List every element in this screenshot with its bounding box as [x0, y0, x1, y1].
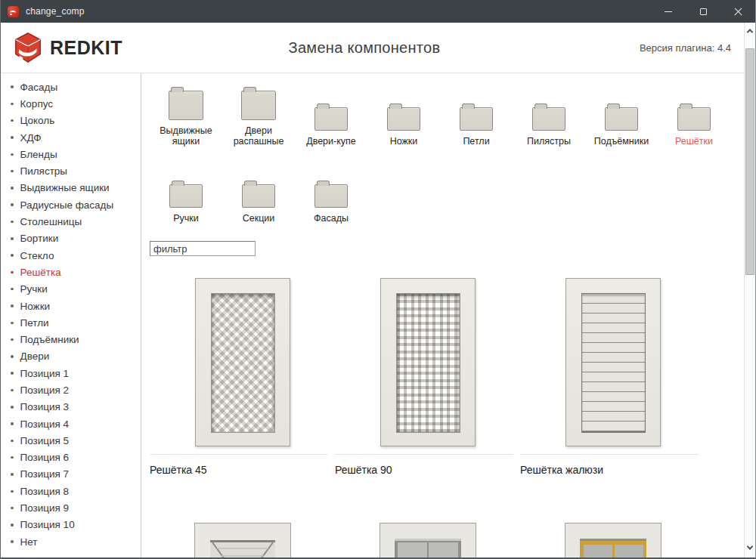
sidebar-item[interactable]: Позиция 6 [1, 449, 141, 466]
sidebar-item[interactable]: Позиция 3 [1, 399, 141, 415]
grille-gray-panels-thumbnail-icon [380, 523, 476, 559]
sidebar-item-label: Позиция 4 [20, 418, 70, 430]
sidebar-item[interactable]: ХДФ [1, 129, 141, 146]
tile-item[interactable]: Решётка 90 [335, 270, 520, 476]
folder-item[interactable]: Ручки [150, 159, 222, 224]
folder-label: Петли [463, 136, 489, 147]
grille-frame [380, 278, 476, 446]
vertical-scrollbar[interactable] [744, 23, 755, 557]
sidebar-item[interactable]: Двери [1, 348, 141, 365]
folder-icon [677, 107, 711, 131]
sidebar-item-label: Радиусные фасады [20, 199, 114, 211]
tile-partial-2[interactable] [335, 523, 520, 559]
sidebar-item[interactable]: Позиция 9 [1, 499, 141, 516]
sidebar-item[interactable]: Пилястры [1, 162, 141, 179]
scroll-up-button[interactable] [745, 24, 755, 38]
sidebar-item[interactable]: Столешницы [1, 213, 141, 230]
folder-item[interactable]: Пилястры [513, 82, 585, 147]
folder-item[interactable]: Двери-купе [295, 82, 367, 147]
sidebar-item[interactable]: Позиция 5 [1, 432, 141, 449]
folder-item[interactable]: Петли [440, 82, 513, 147]
maximize-button[interactable] [686, 0, 720, 23]
folder-label: Пилястры [527, 136, 571, 147]
page-title: Замена компонентов [289, 39, 441, 57]
folder-icon [314, 184, 348, 208]
bullet-icon [11, 288, 14, 291]
folder-label: Двери-купе [306, 136, 356, 147]
tile-item[interactable]: Решётка жалюзи [520, 270, 705, 476]
sidebar-item[interactable]: Позиция 7 [1, 466, 141, 483]
sidebar-item[interactable]: Позиция 2 [1, 381, 141, 398]
sidebar-item[interactable]: Позиция 4 [1, 415, 141, 432]
sidebar-item[interactable]: Подъёмники [1, 331, 141, 347]
content: ФасадыКорпусЦокольХДФБлендыПилястрыВыдви… [1, 73, 755, 559]
close-icon [734, 8, 742, 16]
app-icon [8, 6, 19, 17]
sidebar-item-label: Стекло [20, 250, 54, 261]
sidebar-item-label: Петли [20, 317, 49, 329]
folder-icon [314, 107, 348, 131]
folder-item[interactable]: Решётки [658, 82, 730, 147]
folder-item[interactable]: Фасады [295, 159, 367, 224]
sidebar: ФасадыКорпусЦокольХДФБлендыПилястрыВыдви… [1, 73, 141, 559]
sidebar-item-label: Позиция 7 [20, 468, 70, 480]
sidebar-item[interactable]: Нет [1, 533, 141, 550]
bullet-icon [11, 103, 14, 106]
bullet-icon [11, 523, 14, 527]
tile-label: Решётка 90 [335, 464, 520, 476]
titlebar: change_comp [1, 0, 755, 23]
sidebar-item[interactable]: Ручки [1, 281, 141, 298]
folder-icon [605, 107, 638, 131]
sidebar-item[interactable]: Решётка [1, 264, 141, 280]
folder-item[interactable]: Выдвижные ящики [150, 82, 222, 147]
sidebar-item[interactable]: Цоколь [1, 113, 141, 129]
sidebar-item[interactable]: Петли [1, 314, 141, 331]
grille-frame [565, 278, 661, 446]
folder-item[interactable]: Двери распашные [222, 82, 295, 147]
bullet-icon [11, 440, 14, 443]
minimize-button[interactable] [651, 0, 686, 23]
sidebar-item-label: Фасады [20, 82, 58, 93]
tile-partial-3[interactable] [520, 523, 705, 559]
sidebar-item[interactable]: Стекло [1, 247, 141, 264]
sidebar-item[interactable]: Позиция 8 [1, 483, 141, 499]
sidebar-item[interactable]: Бортики [1, 230, 141, 247]
sidebar-item-label: Нет [20, 536, 38, 548]
tile-divider [520, 454, 699, 455]
folder-item[interactable]: Ножки [367, 82, 440, 147]
folder-icon [387, 107, 420, 131]
sidebar-item-label: Подъёмники [20, 334, 79, 345]
folder-item[interactable]: Секции [222, 159, 295, 224]
scrollbar-thumb[interactable] [745, 48, 754, 275]
scroll-down-button[interactable] [745, 541, 755, 554]
folder-icon [242, 184, 275, 208]
sidebar-item-label: Позиция 2 [20, 385, 70, 396]
chevron-down-icon [747, 543, 753, 549]
bullet-icon [11, 406, 14, 409]
sidebar-item-label: Позиция 9 [20, 502, 70, 514]
bullet-icon [11, 338, 14, 341]
sidebar-item[interactable]: Позиция 10 [1, 517, 141, 533]
sidebar-item-label: Ножки [20, 301, 51, 312]
folder-label: Фасады [314, 213, 349, 224]
sidebar-item[interactable]: Фасады [1, 79, 141, 95]
close-button[interactable] [720, 0, 755, 23]
bullet-icon [11, 170, 14, 173]
bullet-icon [11, 136, 14, 139]
minimize-icon [665, 11, 672, 12]
sidebar-item[interactable]: Корпус [1, 95, 141, 112]
sidebar-item[interactable]: Выдвижные ящики [1, 180, 141, 196]
bullet-icon [11, 540, 14, 543]
folder-item[interactable]: Подъёмники [585, 82, 658, 147]
tile-item[interactable]: Решётка 45 [150, 270, 335, 476]
filter-input[interactable] [150, 241, 256, 256]
window-controls [651, 0, 755, 23]
plugin-version: Версия плагина: 4.4 [640, 42, 737, 54]
sidebar-item[interactable]: Радиусные фасады [1, 196, 141, 213]
folder-icon [169, 184, 203, 208]
tile-partial-1[interactable] [150, 523, 335, 559]
sidebar-item[interactable]: Бленды [1, 146, 141, 162]
sidebar-item[interactable]: Позиция 1 [1, 365, 141, 381]
sidebar-item[interactable]: Ножки [1, 298, 141, 314]
folder-icon [460, 107, 493, 131]
